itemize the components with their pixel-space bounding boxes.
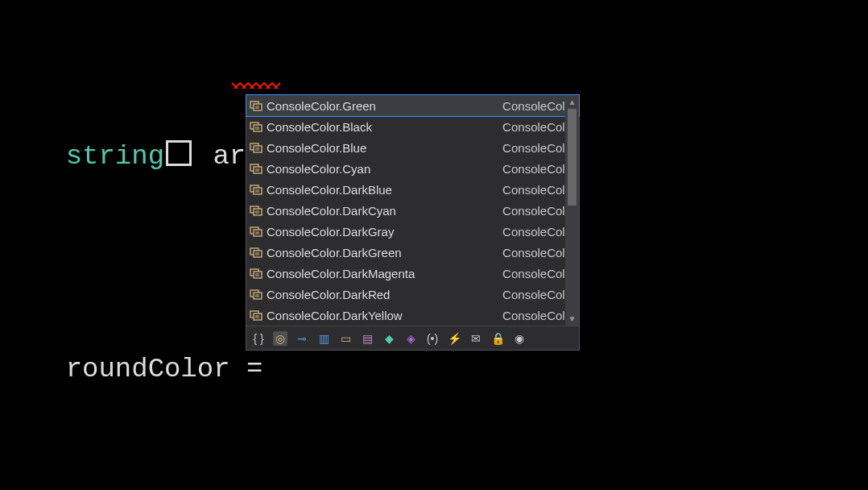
completion-item[interactable]: ConsoleColor.DarkBlueConsoleColor — [246, 179, 579, 200]
completion-item-label: ConsoleColor.DarkMagenta — [267, 267, 502, 280]
svg-rect-1 — [254, 104, 262, 110]
scrollbar-thumb[interactable] — [568, 109, 577, 206]
enum-member-icon — [249, 245, 263, 260]
enum-member-icon — [249, 161, 263, 176]
scroll-down-button[interactable]: ▼ — [565, 312, 579, 326]
completion-item-label: ConsoleColor.DarkCyan — [267, 204, 502, 218]
enum-icon[interactable]: ▭ — [338, 331, 353, 346]
enum-member-icon — [249, 287, 263, 301]
enum-member-icon — [249, 224, 263, 239]
enum-member-icon — [249, 182, 263, 197]
namespace-icon[interactable]: ✉ — [469, 331, 483, 346]
interface-icon[interactable]: ◈ — [403, 331, 418, 346]
completion-item[interactable]: ConsoleColor.DarkCyanConsoleColor — [246, 200, 579, 221]
svg-rect-29 — [254, 251, 262, 257]
class-icon[interactable]: ◆ — [382, 331, 396, 346]
completion-item-label: ConsoleColor.DarkYellow — [267, 309, 502, 322]
completion-item[interactable]: ConsoleColor.DarkMagentaConsoleColor — [246, 263, 579, 284]
svg-rect-33 — [254, 272, 262, 278]
completion-item[interactable]: ConsoleColor.DarkRedConsoleColor — [246, 284, 579, 305]
svg-rect-17 — [254, 188, 262, 194]
error-squiggle — [232, 82, 280, 89]
completion-list[interactable]: ConsoleColor.GreenConsoleColor ConsoleCo… — [246, 95, 579, 326]
braces-icon[interactable]: { } — [251, 331, 266, 346]
completion-item-label: ConsoleColor.DarkBlue — [267, 183, 502, 197]
delegate-icon[interactable]: (•) — [425, 331, 440, 346]
scroll-up-button[interactable]: ▲ — [565, 95, 579, 109]
completion-item[interactable]: ConsoleColor.CyanConsoleColor — [246, 158, 579, 179]
svg-rect-5 — [254, 125, 262, 131]
completion-item-label: ConsoleColor.Black — [267, 120, 502, 134]
completion-item[interactable]: ConsoleColor.GreenConsoleColor — [246, 95, 579, 116]
completion-item-label: ConsoleColor.DarkRed — [267, 288, 502, 301]
scrollbar[interactable]: ▲ ▼ — [565, 95, 579, 326]
enum-member-icon — [249, 98, 263, 113]
completion-item-label: ConsoleColor.DarkGray — [267, 225, 502, 239]
svg-rect-9 — [254, 146, 262, 152]
completion-item-label: ConsoleColor.Cyan — [267, 162, 502, 176]
completion-item-label: ConsoleColor.DarkGreen — [267, 246, 502, 260]
svg-rect-25 — [254, 230, 262, 236]
target-icon[interactable]: ◎ — [273, 331, 287, 346]
enum-member-icon — [249, 140, 263, 155]
completion-item[interactable]: ConsoleColor.DarkYellowConsoleColor — [246, 305, 579, 326]
snippet-icon[interactable]: ◉ — [512, 331, 527, 346]
filter-toolbar: { }◎⊸▥▭▤◆◈(•)⚡✉🔒◉ — [246, 326, 579, 350]
code-text: roundColor = — [66, 354, 263, 384]
svg-rect-37 — [254, 293, 262, 299]
module-icon[interactable]: ▤ — [360, 331, 374, 346]
completion-item-label: ConsoleColor.Green — [267, 99, 502, 113]
key-icon[interactable]: ⊸ — [295, 331, 309, 346]
square-brackets — [164, 141, 196, 172]
enum-member-icon — [249, 203, 263, 218]
completion-item[interactable]: ConsoleColor.DarkGrayConsoleColor — [246, 221, 579, 242]
completion-item[interactable]: ConsoleColor.BlackConsoleColor — [246, 116, 579, 137]
enum-member-icon — [249, 119, 263, 134]
event-icon[interactable]: ⚡ — [447, 331, 461, 346]
struct-icon[interactable]: ▥ — [316, 331, 331, 346]
completion-item[interactable]: ConsoleColor.BlueConsoleColor — [246, 137, 579, 158]
keyword-string: string — [66, 141, 164, 172]
svg-rect-21 — [254, 209, 262, 215]
completion-item-label: ConsoleColor.Blue — [267, 141, 502, 155]
svg-rect-13 — [254, 167, 262, 173]
svg-rect-41 — [254, 314, 262, 320]
lock-icon[interactable]: 🔒 — [490, 331, 505, 346]
intellisense-popup[interactable]: ConsoleColor.GreenConsoleColor ConsoleCo… — [246, 94, 580, 351]
enum-member-icon — [249, 308, 263, 322]
enum-member-icon — [249, 266, 263, 280]
completion-item[interactable]: ConsoleColor.DarkGreenConsoleColor — [246, 242, 579, 263]
